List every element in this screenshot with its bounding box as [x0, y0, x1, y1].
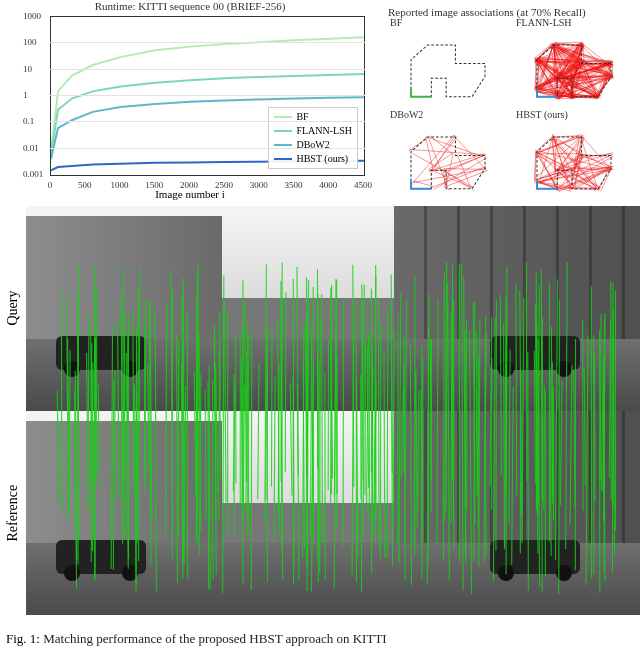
xtick: 0 — [48, 180, 53, 190]
svg-line-232 — [536, 44, 552, 58]
svg-line-443 — [479, 319, 480, 567]
svg-line-478 — [437, 299, 438, 544]
svg-line-497 — [128, 333, 129, 547]
svg-line-461 — [208, 382, 209, 589]
svg-line-457 — [155, 311, 156, 592]
chart-plot-area: BF FLANN-LSH DBoW2 HBST (ours) — [50, 16, 365, 176]
svg-line-606 — [526, 262, 527, 481]
xtick: 1000 — [111, 180, 129, 190]
xtick: 3000 — [250, 180, 268, 190]
svg-line-411 — [586, 335, 588, 585]
match-image-pair: Query Reference — [0, 206, 640, 615]
xtick: 2000 — [180, 180, 198, 190]
svg-line-284 — [446, 155, 453, 188]
map-hbst-ours-: HBST (ours) — [514, 112, 634, 198]
map-dbow2: DBoW2 — [388, 112, 508, 198]
svg-line-385 — [363, 284, 364, 536]
svg-line-530 — [307, 312, 308, 561]
chart-legend: BF FLANN-LSH DBoW2 HBST (ours) — [268, 107, 358, 169]
svg-line-473 — [274, 377, 275, 541]
xtick: 4500 — [354, 180, 372, 190]
map-label: DBoW2 — [390, 109, 423, 120]
svg-line-400 — [550, 367, 551, 555]
ytick: 1 — [23, 90, 28, 100]
label-query: Query — [0, 206, 26, 411]
svg-line-551 — [148, 364, 149, 471]
xtick: 1500 — [145, 180, 163, 190]
svg-line-449 — [387, 308, 388, 558]
ytick: 0.001 — [23, 169, 43, 179]
svg-line-553 — [393, 330, 394, 523]
svg-line-521 — [416, 370, 417, 528]
svg-line-639 — [509, 350, 510, 523]
svg-line-580 — [401, 387, 403, 477]
svg-line-499 — [560, 381, 562, 506]
ytick: 1000 — [23, 11, 41, 21]
svg-line-236 — [535, 60, 536, 88]
legend-dbow: DBoW2 — [296, 138, 329, 152]
svg-line-439 — [512, 387, 514, 565]
association-maps: Reported image associations (at 70% Reca… — [380, 0, 640, 200]
svg-line-563 — [600, 313, 601, 479]
svg-line-567 — [220, 311, 221, 480]
svg-line-525 — [258, 363, 259, 499]
svg-line-408 — [322, 294, 323, 542]
svg-line-386 — [584, 368, 585, 485]
svg-line-532 — [293, 377, 294, 586]
svg-line-617 — [593, 336, 594, 575]
chart-title: Runtime: KITTI sequence 00 (BRIEF-256) — [0, 0, 380, 12]
svg-line-579 — [500, 295, 501, 475]
svg-line-540 — [272, 327, 273, 486]
svg-line-406 — [166, 302, 167, 534]
map-flann-lsh: FLANN-LSH — [514, 20, 634, 106]
svg-line-283 — [413, 181, 433, 186]
svg-line-615 — [198, 262, 199, 519]
svg-line-489 — [559, 300, 560, 594]
legend-flann: FLANN-LSH — [296, 124, 352, 138]
xtick: 2500 — [215, 180, 233, 190]
svg-line-556 — [522, 298, 524, 543]
svg-line-519 — [118, 320, 119, 499]
svg-line-492 — [285, 293, 286, 473]
svg-line-268 — [429, 153, 453, 169]
svg-line-288 — [444, 170, 470, 188]
svg-line-433 — [209, 365, 210, 590]
svg-line-622 — [410, 344, 411, 586]
xtick: 500 — [78, 180, 92, 190]
svg-line-410 — [290, 383, 292, 496]
svg-line-572 — [223, 275, 224, 593]
svg-line-627 — [318, 362, 319, 582]
svg-line-584 — [111, 326, 112, 569]
svg-line-601 — [462, 265, 463, 590]
caption-prefix: Fig. 1: — [6, 631, 40, 646]
svg-line-577 — [98, 383, 100, 485]
svg-line-555 — [555, 279, 557, 560]
maps-title: Reported image associations (at 70% Reca… — [388, 6, 634, 18]
svg-line-534 — [196, 298, 197, 489]
svg-line-471 — [205, 390, 206, 519]
svg-line-389 — [384, 352, 385, 558]
svg-line-452 — [570, 366, 572, 526]
svg-line-582 — [133, 313, 134, 493]
svg-line-421 — [399, 293, 401, 562]
runtime-chart: Runtime: KITTI sequence 00 (BRIEF-256) P… — [0, 0, 380, 200]
svg-line-429 — [138, 291, 139, 478]
xtick: 3500 — [284, 180, 302, 190]
ytick: 0.1 — [23, 116, 34, 126]
svg-line-416 — [378, 300, 379, 548]
svg-line-270 — [426, 137, 433, 168]
ytick: 0.01 — [23, 143, 39, 153]
svg-line-631 — [145, 299, 146, 480]
legend-hbst: HBST (ours) — [296, 152, 348, 166]
ytick: 100 — [23, 37, 37, 47]
svg-line-454 — [443, 273, 444, 561]
svg-line-352 — [540, 134, 554, 180]
map-bf: BF — [388, 20, 508, 106]
svg-line-485 — [496, 300, 497, 551]
svg-line-616 — [246, 351, 247, 512]
label-reference: Reference — [0, 411, 26, 616]
figure-caption: Fig. 1: Matching performance of the prop… — [6, 631, 634, 647]
svg-line-543 — [177, 334, 178, 584]
feature-correspondences — [26, 206, 640, 615]
svg-line-522 — [311, 330, 312, 536]
